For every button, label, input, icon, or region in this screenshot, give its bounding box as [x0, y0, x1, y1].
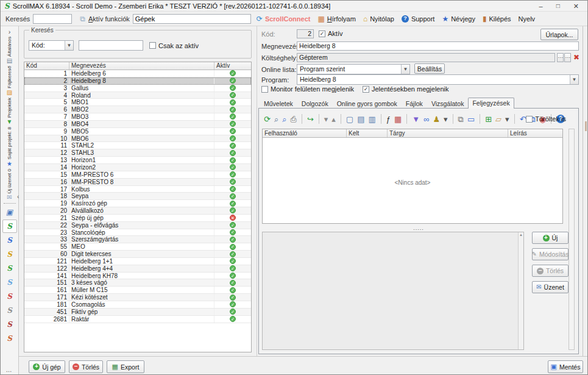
sidebar-tab-projektek[interactable]: Projektek▼: [7, 98, 13, 125]
note-text-area[interactable]: ▲: [262, 232, 524, 350]
machine-row[interactable]: 6MBO2✓: [24, 106, 251, 113]
urlapok-button[interactable]: Űrlapok...: [540, 29, 578, 40]
machine-row[interactable]: 2681Raktár✓: [24, 316, 251, 323]
machine-row[interactable]: 15MM-PRESTO 6✓: [24, 171, 251, 179]
koltseghely-field[interactable]: Gépterem: [297, 53, 555, 62]
binoculars-icon[interactable]: ∞: [423, 115, 429, 123]
menu-kilepes[interactable]: ▮Kilépés: [483, 15, 511, 23]
sidebar-tab-uj-uzenet[interactable]: Új üzenet 0✉: [7, 169, 12, 201]
machine-row[interactable]: 8MBO4✓: [24, 121, 251, 128]
save-data-icon[interactable]: ⊞: [485, 115, 492, 123]
machine-row[interactable]: 122Heidelberg 4+4✓: [24, 265, 251, 273]
machine-row[interactable]: 10MBO6✓: [24, 135, 251, 143]
save-button[interactable]: Mentés: [548, 360, 583, 373]
chevron-down-icon[interactable]: ▼: [570, 75, 578, 84]
sidebar-tab-altalanos[interactable]: Általános▤: [7, 37, 12, 64]
sidebar-expand-icon[interactable]: ›: [9, 26, 11, 37]
notes-scrollbar[interactable]: [569, 129, 575, 350]
export-item-icon[interactable]: ↪: [307, 115, 314, 123]
machine-row[interactable]: 451Fiktív gép✓: [24, 309, 251, 316]
collapse-all-icon[interactable]: ▾: [324, 115, 328, 123]
clipboard-icon[interactable]: ⧉: [458, 115, 464, 123]
menu-hirfolyam[interactable]: ▦Hírfolyam: [317, 15, 355, 23]
delete-machine-button[interactable]: Törlés: [69, 360, 103, 373]
sidebar-tab-fajlkereso[interactable]: Fájlkereső▨: [7, 66, 12, 96]
tab-5[interactable]: Vizsgálatok: [427, 98, 469, 108]
machine-row[interactable]: 18Seypa✓: [24, 193, 251, 200]
function-fx-icon[interactable]: ƒ: [386, 115, 391, 123]
machine-row[interactable]: 5MBO1✓: [24, 99, 251, 106]
only-active-checkbox[interactable]: [149, 42, 156, 49]
menu-scrollconnect[interactable]: ⟳ScrollConnect: [257, 15, 311, 23]
permissions-dropdown-icon[interactable]: ▾: [444, 115, 448, 123]
machines-col-0[interactable]: Kód: [24, 62, 69, 70]
search-value-input[interactable]: [79, 40, 143, 51]
machine-row[interactable]: 19Kasírozó gép✓: [24, 200, 251, 207]
panel-view-icon[interactable]: ▭: [467, 115, 475, 123]
notes-message-button[interactable]: Üzenet: [532, 281, 569, 293]
machine-row[interactable]: 1513 késes vágó✓: [24, 279, 251, 287]
beallitas-button[interactable]: Beállítás: [414, 63, 445, 74]
machine-row[interactable]: 2Heidelberg 8✓: [24, 77, 251, 85]
permissions-icon[interactable]: ♟: [433, 115, 440, 123]
program-select[interactable]: Heidelberg 8 ▼: [297, 74, 579, 85]
menu-nevjegy[interactable]: ★Névjegy: [442, 15, 475, 23]
sidebar-tab-sajat-projekt[interactable]: Saját projekt: 8★: [7, 127, 12, 166]
machine-row[interactable]: 141Heidelberg KH78✓: [24, 273, 251, 280]
notes-splitter-handle[interactable]: .....: [259, 226, 578, 230]
koltseghely-lookup-icon[interactable]: ⋯: [557, 53, 564, 62]
machine-row[interactable]: 11STAHL2✓: [24, 142, 251, 149]
sidebar-module-module-orange[interactable]: S: [2, 332, 17, 345]
maximize-button[interactable]: □: [556, 1, 560, 11]
monitor-checkbox[interactable]: [261, 86, 268, 93]
machine-row[interactable]: 14Horizon2✓: [24, 164, 251, 171]
sidebar-module-operator-terminal[interactable]: ▣: [2, 205, 17, 219]
conditional-format-icon[interactable]: ▦: [394, 115, 402, 123]
machine-row[interactable]: 12STAHL3✓: [24, 149, 251, 157]
tab-6[interactable]: Feljegyzések: [468, 98, 514, 109]
folder-open-icon[interactable]: ▱: [495, 115, 501, 123]
megnevezes-field[interactable]: Heidelberg 8: [297, 41, 579, 51]
chevron-down-icon[interactable]: ▼: [65, 41, 73, 50]
sidebar-module-module-green[interactable]: S: [2, 262, 17, 275]
online-lista-select[interactable]: Program szerint ▼: [297, 64, 410, 74]
sidebar-module-module-red[interactable]: S: [2, 290, 17, 303]
search-document-icon[interactable]: ⌕: [274, 115, 278, 123]
jelentes-checkbox[interactable]: [363, 86, 369, 93]
export-button[interactable]: Export: [107, 360, 144, 373]
filter-icon[interactable]: ▼: [412, 115, 420, 123]
machines-col-2[interactable]: Aktív: [214, 62, 251, 70]
machine-row[interactable]: 9MBO5✓: [24, 128, 251, 135]
folder-dropdown-icon[interactable]: ▾: [505, 115, 509, 123]
notes-new-button[interactable]: Új: [532, 232, 569, 244]
undo-icon[interactable]: ↶: [520, 115, 526, 123]
notes-col-2[interactable]: Tárgy: [388, 129, 508, 137]
sidebar-module-machines[interactable]: S: [2, 220, 17, 233]
new-machine-button[interactable]: Új gép: [29, 360, 65, 373]
machine-row[interactable]: 17Kolbus✓: [24, 186, 251, 193]
tab-2[interactable]: Dolgozók: [297, 98, 333, 108]
search-field-select[interactable]: Kód: ▼: [29, 40, 74, 51]
global-search-input[interactable]: [33, 14, 72, 24]
machine-row[interactable]: 4Roland✓: [24, 92, 251, 99]
chevron-down-icon[interactable]: ▼: [401, 65, 409, 74]
menu-support[interactable]: ?Support: [402, 15, 435, 23]
menu-nyelv[interactable]: Nyelv: [519, 15, 536, 23]
search-icon[interactable]: ⌕: [282, 115, 286, 123]
layout-footer-icon[interactable]: ▥: [368, 115, 375, 123]
active-function-input[interactable]: [133, 14, 251, 24]
sidebar-overflow-dots[interactable]: …: [6, 366, 13, 375]
machine-row[interactable]: 55MEO✓: [24, 243, 251, 251]
machine-row[interactable]: 20Alvállalkozó✓: [24, 207, 251, 215]
notes-col-3[interactable]: Leírás: [508, 129, 562, 137]
layout-plain-icon[interactable]: ▢: [346, 115, 353, 123]
close-button[interactable]: ✕: [573, 1, 579, 11]
tab-3[interactable]: Online gyors gombok: [333, 98, 402, 108]
koltseghely-clear-icon[interactable]: ✖: [573, 53, 579, 62]
koltseghely-edit-icon[interactable]: ⋯: [564, 53, 571, 62]
aktiv-checkbox[interactable]: [319, 30, 325, 37]
machine-row[interactable]: 22Seypa - elővágás✓: [24, 222, 251, 229]
expand-all-icon[interactable]: ▴: [331, 115, 336, 123]
sidebar-module-module-lightblue[interactable]: S: [2, 276, 17, 289]
layout-header-icon[interactable]: ▤: [357, 115, 364, 123]
